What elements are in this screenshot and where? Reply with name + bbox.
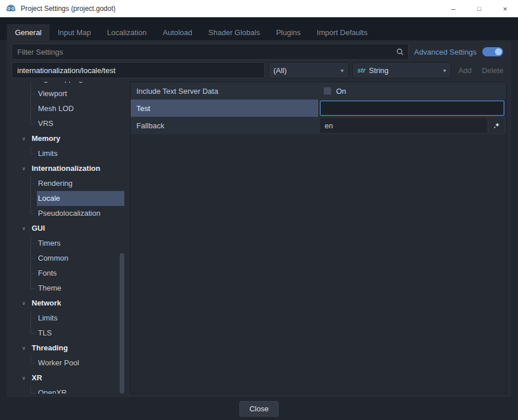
pin-icon bbox=[493, 122, 500, 129]
property-path-input[interactable] bbox=[12, 62, 265, 78]
tree-group: Lightmapping Viewport Mesh LOD VRS bbox=[12, 82, 124, 131]
tree-guide-line bbox=[12, 356, 37, 371]
tree-item-label: OpenXR bbox=[37, 385, 124, 394]
delete-button[interactable]: Delete bbox=[479, 66, 506, 75]
tree-section-label: Memory bbox=[31, 131, 124, 146]
tree-item-label: TLS bbox=[37, 326, 124, 341]
tree-section-internationalization[interactable]: ∨Internationalization bbox=[12, 161, 124, 176]
tab-shader-globals[interactable]: Shader Globals bbox=[200, 24, 268, 40]
tree-item-label: Locale bbox=[37, 191, 124, 206]
tree-section-label: Internationalization bbox=[31, 161, 124, 176]
filter-row: Advanced Settings bbox=[12, 44, 506, 60]
project-settings-dialog: General Input Map Localization Autoload … bbox=[0, 17, 518, 420]
tree-section-threading[interactable]: ∨Threading bbox=[12, 341, 124, 356]
tree-item-lightmapping[interactable]: Lightmapping bbox=[12, 82, 124, 86]
chevron-down-icon: ▾ bbox=[341, 67, 344, 74]
tree-scrollbar-thumb[interactable] bbox=[120, 253, 124, 394]
tree-guide-line bbox=[12, 311, 37, 326]
tree-item-locale[interactable]: Locale bbox=[12, 191, 124, 206]
test-value-input[interactable] bbox=[320, 101, 504, 116]
feature-filter-dropdown[interactable]: (All) ▾ bbox=[268, 62, 349, 78]
collapse-arrow-icon: ∨ bbox=[22, 345, 28, 351]
tree-item-fonts[interactable]: Fonts bbox=[12, 266, 124, 281]
tree-guide-line bbox=[12, 281, 37, 296]
tree-item-rendering[interactable]: Rendering bbox=[12, 176, 124, 191]
filter-search-wrap bbox=[12, 44, 409, 60]
close-button[interactable]: Close bbox=[239, 401, 278, 417]
tree-scrollbar[interactable] bbox=[120, 82, 124, 394]
tree-item-label: Limits bbox=[37, 146, 124, 161]
tree-section-memory[interactable]: ∨Memory bbox=[12, 131, 124, 146]
tree-group: Limits bbox=[12, 146, 124, 161]
pin-property-button[interactable] bbox=[489, 118, 504, 133]
property-label: Fallback bbox=[131, 117, 318, 134]
tree-item-common[interactable]: Common bbox=[12, 251, 124, 266]
property-value-cell bbox=[318, 100, 506, 117]
tree-guide-line bbox=[12, 191, 37, 206]
tab-bar: General Input Map Localization Autoload … bbox=[0, 17, 518, 40]
tree-guide-line bbox=[12, 266, 37, 281]
property-row-include-text-server-data[interactable]: Include Text Server Data On bbox=[131, 82, 506, 100]
tree-item-label: Pseudolocalization bbox=[37, 206, 124, 221]
tree-item-network-limits[interactable]: Limits bbox=[12, 311, 124, 326]
tab-general[interactable]: General bbox=[7, 24, 49, 40]
property-row-fallback[interactable]: Fallback en bbox=[131, 117, 506, 134]
tree-section-label: GUI bbox=[31, 221, 124, 236]
type-dropdown[interactable]: str String ▾ bbox=[352, 62, 451, 78]
tree-section-label: Network bbox=[31, 296, 124, 311]
tab-autoload[interactable]: Autoload bbox=[155, 24, 200, 40]
tree-section-network[interactable]: ∨Network bbox=[12, 296, 124, 311]
tree-item-label: Fonts bbox=[37, 266, 124, 281]
tree-item-mesh-lod[interactable]: Mesh LOD bbox=[12, 101, 124, 116]
close-window-button[interactable]: × bbox=[492, 0, 518, 17]
tree-item-label: Rendering bbox=[37, 176, 124, 191]
tree-item-label: Timers bbox=[37, 236, 124, 251]
tree-item-label: Theme bbox=[37, 281, 124, 296]
tree-section-label: Threading bbox=[31, 341, 124, 356]
tree-item-timers[interactable]: Timers bbox=[12, 236, 124, 251]
property-row-test[interactable]: Test bbox=[131, 100, 506, 117]
fallback-value-field[interactable]: en bbox=[320, 118, 487, 133]
tree-guide-line bbox=[12, 176, 37, 191]
tree-section-gui[interactable]: ∨GUI bbox=[12, 221, 124, 236]
tab-import-defaults[interactable]: Import Defaults bbox=[308, 24, 375, 40]
tree-section-xr[interactable]: ∨XR bbox=[12, 371, 124, 385]
tree-item-limits[interactable]: Limits bbox=[12, 146, 124, 161]
advanced-settings-toggle[interactable] bbox=[482, 47, 503, 56]
property-value-cell: en bbox=[318, 117, 506, 134]
tab-input-map[interactable]: Input Map bbox=[49, 24, 99, 40]
tree-item-vrs[interactable]: VRS bbox=[12, 116, 124, 131]
maximize-button[interactable]: □ bbox=[466, 0, 492, 17]
tree-item-openxr[interactable]: OpenXR bbox=[12, 385, 124, 394]
tab-plugins[interactable]: Plugins bbox=[268, 24, 309, 40]
tab-localization[interactable]: Localization bbox=[99, 24, 155, 40]
tree-guide-line bbox=[12, 86, 37, 101]
tree-item-label: Viewport bbox=[37, 86, 124, 101]
add-button[interactable]: Add bbox=[455, 66, 475, 75]
tree-item-label: Lightmapping bbox=[37, 82, 124, 86]
tree-item-viewport[interactable]: Viewport bbox=[12, 86, 124, 101]
tree-scroll-content: Lightmapping Viewport Mesh LOD VRS ∨Memo… bbox=[12, 82, 124, 394]
properties-pane: Include Text Server Data On Test Fallbac… bbox=[130, 82, 506, 394]
tree-item-pseudolocalization[interactable]: Pseudolocalization bbox=[12, 206, 124, 221]
chevron-down-icon: ▾ bbox=[443, 67, 446, 74]
minimize-button[interactable]: – bbox=[440, 0, 466, 17]
filter-settings-input[interactable] bbox=[12, 44, 409, 60]
tree-section-label: XR bbox=[31, 371, 124, 385]
window-titlebar[interactable]: Project Settings (project.godot) – □ × bbox=[0, 0, 518, 17]
advanced-settings-label: Advanced Settings bbox=[414, 48, 477, 56]
settings-tree: Lightmapping Viewport Mesh LOD VRS ∨Memo… bbox=[12, 82, 124, 394]
tree-group: Limits TLS bbox=[12, 311, 124, 341]
tree-guide-line bbox=[12, 82, 37, 86]
toggle-knob bbox=[495, 48, 502, 55]
tree-guide-line bbox=[12, 101, 37, 116]
tree-guide-line bbox=[12, 146, 37, 161]
tree-item-theme[interactable]: Theme bbox=[12, 281, 124, 296]
tree-item-worker-pool[interactable]: Worker Pool bbox=[12, 356, 124, 371]
collapse-arrow-icon: ∨ bbox=[22, 136, 28, 142]
include-text-server-data-checkbox[interactable] bbox=[323, 87, 332, 95]
tree-group: Worker Pool bbox=[12, 356, 124, 371]
tree-item-tls[interactable]: TLS bbox=[12, 326, 124, 341]
tree-item-label: Mesh LOD bbox=[37, 101, 124, 116]
tree-guide-line bbox=[12, 236, 37, 251]
